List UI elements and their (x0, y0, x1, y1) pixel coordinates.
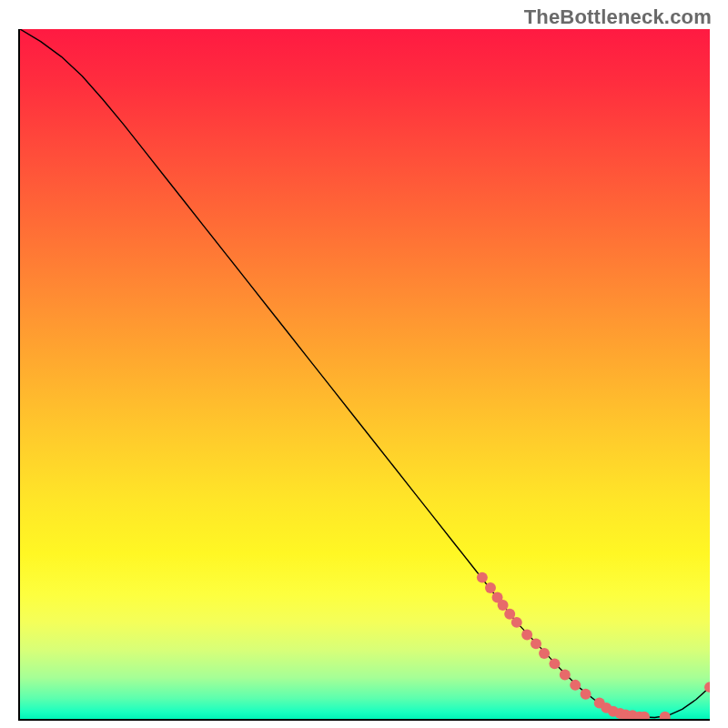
curve-marker (521, 630, 532, 641)
curve-marker (539, 648, 550, 659)
curve-marker (511, 617, 522, 628)
bottleneck-curve (20, 29, 710, 717)
curve-marker (485, 582, 496, 593)
curve-marker (560, 670, 571, 681)
chart-svg (20, 29, 710, 719)
curve-marker (531, 638, 541, 649)
watermark-text: TheBottleneck.com (524, 5, 712, 29)
curve-marker (498, 600, 509, 611)
curve-marker (549, 658, 560, 669)
curve-marker (660, 712, 671, 721)
curve-marker (477, 572, 488, 583)
curve-marker (570, 680, 581, 691)
chart-plot-area (18, 29, 710, 721)
curve-marker (581, 689, 592, 700)
